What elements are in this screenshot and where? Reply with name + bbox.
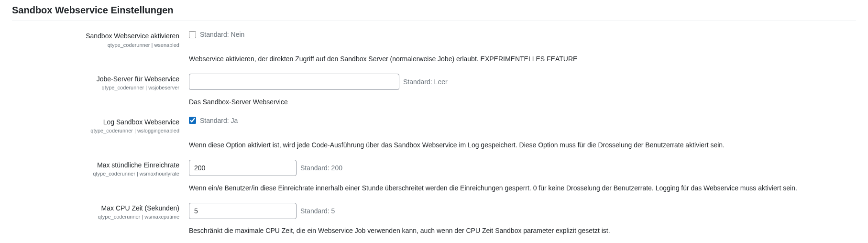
label-col: Jobe-Server für Webservice qtype_coderun… (12, 73, 189, 91)
control-col: Standard: 5 (189, 202, 856, 219)
desc-row: Wenn diese Option aktiviert ist, wird je… (12, 137, 856, 150)
desc-row: Das Sandbox-Server Webservice (12, 94, 856, 107)
label-col: Sandbox Webservice aktivieren qtype_code… (12, 30, 189, 48)
default-label: Standard: Ja (200, 117, 238, 124)
label-col: Max stündliche Einreichrate qtype_coderu… (12, 159, 189, 177)
setting-key: qtype_coderunner | wsloggingenabled (12, 127, 179, 134)
setting-wsloggingenabled: Log Sandbox Webservice qtype_coderunner … (12, 116, 856, 134)
default-label: Standard: 5 (300, 207, 335, 215)
desc-row: Beschränkt die maximale CPU Zeit, die ei… (12, 223, 856, 236)
label-col: Max CPU Zeit (Sekunden) qtype_coderunner… (12, 202, 189, 221)
setting-desc: Webservice aktivieren, der direkten Zugr… (189, 51, 856, 64)
wsloggingenabled-checkbox[interactable] (189, 117, 196, 124)
desc-row: Wenn ein/e Benutzer/in diese Einreichrat… (12, 180, 856, 193)
setting-wsmaxcputime: Max CPU Zeit (Sekunden) qtype_coderunner… (12, 202, 856, 221)
setting-label: Sandbox Webservice aktivieren (12, 32, 179, 41)
wsmaxcputime-input[interactable] (189, 203, 297, 219)
control-col: Standard: Nein (189, 30, 856, 38)
default-label: Standard: 200 (300, 164, 342, 172)
setting-desc: Wenn ein/e Benutzer/in diese Einreichrat… (189, 180, 856, 193)
setting-label: Max CPU Zeit (Sekunden) (12, 204, 179, 213)
setting-key: qtype_coderunner | wsmaxhourlyrate (12, 170, 179, 177)
label-col: Log Sandbox Webservice qtype_coderunner … (12, 116, 189, 134)
wsjobeserver-input[interactable] (189, 74, 399, 90)
setting-desc: Wenn diese Option aktiviert ist, wird je… (189, 137, 856, 150)
section-heading: Sandbox Webservice Einstellungen (12, 5, 856, 21)
setting-label: Jobe-Server für Webservice (12, 75, 179, 84)
control-col: Standard: Leer (189, 73, 856, 90)
setting-desc: Das Sandbox-Server Webservice (189, 94, 856, 107)
setting-desc: Beschränkt die maximale CPU Zeit, die ei… (189, 223, 856, 236)
setting-wsmaxhourlyrate: Max stündliche Einreichrate qtype_coderu… (12, 159, 856, 177)
control-col: Standard: Ja (189, 116, 856, 124)
wsenabled-checkbox[interactable] (189, 31, 196, 38)
desc-row: Webservice aktivieren, der direkten Zugr… (12, 51, 856, 64)
setting-key: qtype_coderunner | wsjobeserver (12, 84, 179, 91)
wsmaxhourlyrate-input[interactable] (189, 160, 297, 176)
default-label: Standard: Nein (200, 31, 244, 38)
setting-label: Max stündliche Einreichrate (12, 161, 179, 170)
setting-label: Log Sandbox Webservice (12, 118, 179, 127)
default-label: Standard: Leer (403, 78, 448, 86)
setting-wsjobeserver: Jobe-Server für Webservice qtype_coderun… (12, 73, 856, 91)
setting-key: qtype_coderunner | wsenabled (12, 42, 179, 48)
setting-wsenabled: Sandbox Webservice aktivieren qtype_code… (12, 30, 856, 48)
control-col: Standard: 200 (189, 159, 856, 176)
setting-key: qtype_coderunner | wsmaxcputime (12, 213, 179, 220)
